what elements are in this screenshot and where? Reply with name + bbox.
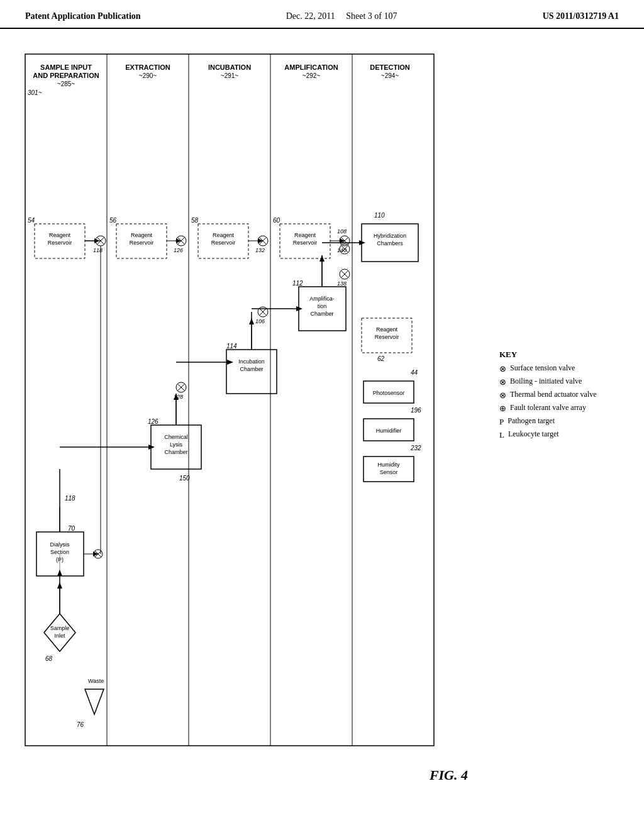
main-content: SAMPLE INPUT AND PREPARATION ~285~ 301~ …	[0, 29, 644, 821]
svg-text:301~: 301~	[28, 89, 42, 96]
svg-text:128: 128	[174, 394, 183, 400]
boiling-icon: ⊗	[499, 377, 506, 387]
svg-text:tion: tion	[318, 303, 327, 309]
svg-text:AND PREPARATION: AND PREPARATION	[33, 72, 99, 79]
svg-text:108: 108	[337, 228, 347, 235]
fault-tolerant-icon: ⊕	[499, 404, 506, 414]
svg-text:~294~: ~294~	[381, 72, 399, 79]
svg-text:58: 58	[191, 217, 199, 224]
svg-text:150: 150	[179, 475, 190, 482]
svg-text:Photosensor: Photosensor	[373, 390, 405, 396]
svg-text:Reservoir: Reservoir	[293, 240, 318, 246]
svg-text:Inlet: Inlet	[54, 633, 65, 639]
legend-item-1: ⊗ Surface tension valve	[499, 363, 631, 374]
svg-text:118: 118	[93, 247, 103, 253]
header-right: US 2011/0312719 A1	[543, 11, 619, 21]
svg-text:62: 62	[377, 355, 385, 362]
svg-text:Chambers: Chambers	[377, 240, 403, 246]
svg-text:Reagent: Reagent	[49, 232, 71, 238]
svg-text:Amplifica-: Amplifica-	[309, 296, 335, 302]
svg-text:76: 76	[77, 721, 84, 728]
svg-text:~285~: ~285~	[57, 80, 75, 87]
svg-text:~292~: ~292~	[303, 72, 321, 79]
header-date: Dec. 22, 2011	[286, 11, 335, 21]
legend-text-3: Thermal bend actuator valve	[510, 390, 597, 399]
svg-text:Sensor: Sensor	[380, 469, 398, 475]
svg-text:106: 106	[255, 318, 265, 324]
patent-diagram: SAMPLE INPUT AND PREPARATION ~285~ 301~ …	[19, 48, 459, 771]
svg-text:Reagent: Reagent	[294, 232, 316, 238]
svg-marker-43	[85, 689, 104, 714]
figure-label: FIG. 4	[430, 767, 468, 783]
page-header: Patent Application Publication Dec. 22, …	[0, 0, 644, 29]
svg-text:~291~: ~291~	[221, 72, 239, 79]
svg-text:196: 196	[411, 407, 421, 414]
pathogen-icon: P	[499, 417, 504, 427]
svg-text:114: 114	[226, 343, 237, 350]
svg-text:60: 60	[273, 217, 280, 224]
legend-item-4: ⊕ Fault tolerant valve array	[499, 403, 631, 414]
svg-marker-137	[148, 445, 155, 450]
svg-text:~290~: ~290~	[139, 72, 157, 79]
svg-marker-134	[57, 570, 62, 576]
svg-text:Chamber: Chamber	[310, 311, 333, 317]
svg-text:Lysis: Lysis	[170, 441, 183, 448]
legend-item-3: ⊗ Thermal bend actuator valve	[499, 390, 631, 401]
svg-text:Chemical: Chemical	[164, 434, 188, 440]
svg-marker-146	[359, 240, 365, 245]
svg-text:112: 112	[292, 280, 303, 287]
svg-text:INCUBATION: INCUBATION	[208, 64, 251, 71]
svg-text:70: 70	[68, 525, 75, 532]
svg-text:Chamber: Chamber	[164, 449, 187, 455]
svg-text:AMPLIFICATION: AMPLIFICATION	[284, 64, 338, 71]
svg-text:EXTRACTION: EXTRACTION	[125, 64, 170, 71]
svg-text:44: 44	[411, 369, 418, 376]
header-center: Dec. 22, 2011 Sheet 3 of 107	[286, 11, 397, 21]
svg-text:56: 56	[109, 217, 117, 224]
svg-rect-0	[25, 54, 434, 746]
svg-text:Dialysis: Dialysis	[50, 541, 70, 548]
svg-text:Sample: Sample	[50, 625, 70, 631]
legend-area: KEY ⊗ Surface tension valve ⊗ Boiling - …	[493, 48, 631, 809]
legend-title: KEY	[499, 350, 631, 360]
svg-text:Hybridization: Hybridization	[374, 233, 406, 239]
header-sheet: Sheet 3 of 107	[346, 11, 397, 21]
svg-text:118: 118	[65, 495, 75, 502]
svg-text:132: 132	[255, 247, 265, 253]
svg-text:68: 68	[45, 655, 53, 662]
svg-marker-140	[227, 360, 233, 365]
svg-text:140: 140	[337, 247, 347, 253]
svg-text:Reservoir: Reservoir	[211, 240, 236, 246]
svg-text:232: 232	[410, 445, 421, 451]
legend-text-5: Pathogen target	[508, 416, 555, 426]
svg-text:Reservoir: Reservoir	[130, 240, 154, 246]
svg-text:Incubation: Incubation	[238, 358, 265, 365]
legend-item-5: P Pathogen target	[499, 416, 631, 427]
svg-text:Reagent: Reagent	[376, 326, 398, 333]
svg-text:Reservoir: Reservoir	[375, 334, 399, 340]
svg-text:Reservoir: Reservoir	[48, 240, 72, 246]
header-left: Patent Application Publication	[25, 11, 141, 21]
svg-text:Humidity: Humidity	[377, 462, 400, 468]
svg-text:54: 54	[28, 217, 35, 224]
legend-text-1: Surface tension valve	[510, 363, 575, 373]
svg-text:Waste: Waste	[88, 678, 104, 684]
svg-text:SAMPLE INPUT: SAMPLE INPUT	[40, 64, 92, 71]
svg-marker-143	[296, 306, 303, 311]
svg-text:Reagent: Reagent	[131, 232, 153, 238]
svg-text:110: 110	[374, 212, 385, 219]
leukocyte-icon: L	[499, 430, 504, 440]
svg-text:126: 126	[174, 247, 183, 253]
legend-item-2: ⊗ Boiling - initiated valve	[499, 377, 631, 387]
svg-text:DETECTION: DETECTION	[370, 64, 410, 71]
svg-text:Chamber: Chamber	[240, 366, 263, 372]
svg-text:138: 138	[337, 280, 347, 287]
legend-text-2: Boiling - initiated valve	[510, 377, 582, 386]
svg-marker-53	[176, 238, 181, 243]
svg-text:126: 126	[148, 418, 158, 425]
surface-tension-icon: ⊗	[499, 364, 506, 374]
legend-text-4: Fault tolerant valve array	[510, 403, 586, 412]
legend-text-6: Leukocyte target	[508, 429, 559, 439]
thermal-bend-icon: ⊗	[499, 390, 506, 401]
diagram-area: SAMPLE INPUT AND PREPARATION ~285~ 301~ …	[19, 48, 493, 809]
